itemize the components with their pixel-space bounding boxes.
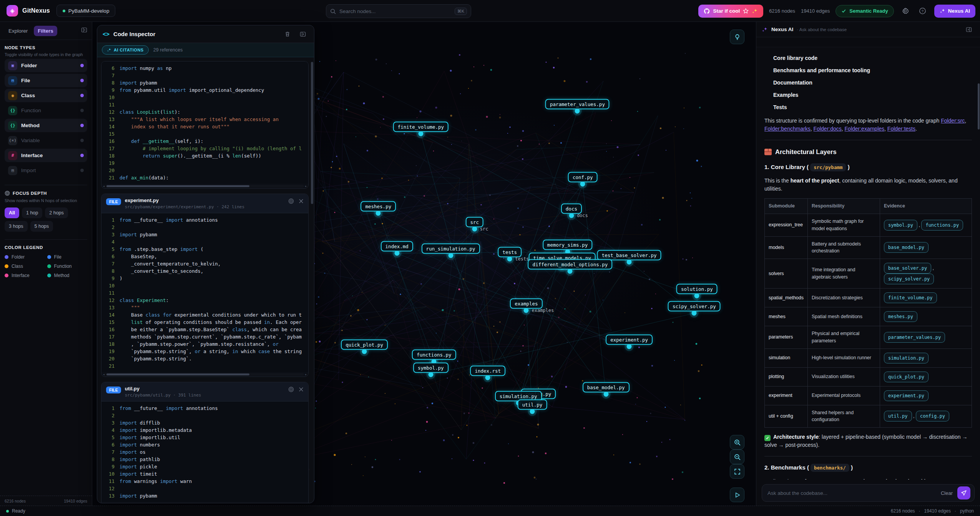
visibility-toggle[interactable]	[80, 79, 84, 82]
cell-submodule: simulation	[765, 348, 808, 367]
horizontal-scrollbar[interactable]: ◂▸	[101, 372, 308, 377]
settings-button[interactable]	[900, 5, 911, 17]
star-if-cool-button[interactable]: Star if cool	[698, 5, 763, 18]
visibility-toggle[interactable]	[80, 94, 84, 97]
node-type-function[interactable]: {}Function	[5, 104, 87, 117]
graph-node-docs[interactable]: docs	[561, 203, 582, 214]
ai-scrollbar[interactable]	[978, 83, 980, 129]
graph-node-solution.py[interactable]: solution.py	[676, 284, 718, 294]
code-line: 13import pybamm	[101, 492, 308, 499]
node-type-import[interactable]: ▤Import	[5, 164, 87, 177]
graph-node-memory_sims.py[interactable]: memory_sims.py	[543, 240, 592, 250]
ai-message-area[interactable]: Core library codeBenchmarks and performa…	[756, 47, 980, 479]
close-card-button[interactable]	[299, 387, 304, 393]
graph-node-run_simulation.py[interactable]: run_simulation.py	[422, 244, 480, 254]
evidence-chip-functions.py[interactable]: functions.py	[921, 220, 963, 231]
graph-node-util.py[interactable]: util.py	[518, 399, 547, 410]
evidence-chip-symbol.py[interactable]: symbol.py	[884, 220, 917, 231]
node-type-file[interactable]: ▤File	[5, 74, 87, 87]
fit-view-button[interactable]	[730, 464, 744, 479]
graph-node-src[interactable]: src	[465, 217, 483, 227]
visibility-toggle[interactable]	[80, 139, 84, 142]
focus-depth-3-hops[interactable]: 3 hops	[5, 221, 28, 232]
inspector-scroll-area[interactable]: 6import numpy as np7 8import pybamm9from…	[97, 57, 314, 503]
node-type-interface[interactable]: #Interface	[5, 149, 87, 162]
chat-clear-button[interactable]: Clear	[941, 490, 953, 496]
insight-button[interactable]	[730, 30, 744, 44]
code-block[interactable]: 1from __future__ import annotations2 3im…	[101, 402, 308, 502]
focus-depth-2-hops[interactable]: 2 hops	[45, 207, 68, 218]
close-card-button[interactable]	[299, 198, 304, 205]
graph-node-finite_volume.py[interactable]: finite_volume.py	[393, 122, 448, 132]
node-type-variable[interactable]: (×)Variable	[5, 134, 87, 147]
graph-link-Folder:benchmarks[interactable]: Folder:benchmarks	[764, 126, 811, 132]
help-button[interactable]: ?	[917, 5, 929, 17]
node-type-folder[interactable]: ▣Folder	[5, 59, 87, 72]
graph-node-examples[interactable]: examples	[510, 298, 542, 309]
graph-node-tests[interactable]: tests	[498, 247, 522, 257]
graph-link-Folder:docs[interactable]: Folder:docs	[814, 126, 842, 132]
horizontal-scrollbar[interactable]: ◂▸	[101, 184, 308, 188]
visibility-toggle[interactable]	[80, 169, 84, 172]
graph-link-Folder:tests[interactable]: Folder:tests	[887, 126, 915, 132]
code-block[interactable]: 6import numpy as np7 8import pybamm9from…	[101, 61, 308, 184]
visibility-toggle[interactable]	[80, 154, 84, 157]
graph-node-parameter_values.py[interactable]: parameter_values.py	[545, 99, 610, 110]
evidence-chip-meshes.py[interactable]: meshes.py	[884, 311, 917, 322]
locate-node-button[interactable]	[288, 387, 294, 394]
search-input[interactable]: Search nodes... ⌘K	[326, 4, 471, 18]
visibility-toggle[interactable]	[80, 124, 84, 127]
graph-node-quick_plot.py[interactable]: quick_plot.py	[341, 339, 388, 350]
graph-node-meshes.py[interactable]: meshes.py	[360, 201, 396, 211]
graph-node-symbol.py[interactable]: symbol.py	[413, 363, 448, 373]
graph-node-label: functions.py	[412, 350, 456, 360]
graph-node-base_model.py[interactable]: base_model.py	[583, 382, 630, 392]
horizontal-scrollbar[interactable]: ◂▸	[101, 502, 308, 503]
code-block[interactable]: 1from __future__ import annotations2 3im…	[101, 213, 308, 372]
graph-node-index.md[interactable]: index.md	[381, 241, 413, 252]
project-selector[interactable]: PyBaMM-develop	[56, 5, 116, 17]
graph-node-functions.py[interactable]: functions.py	[412, 350, 456, 360]
sidebar-tab-filters[interactable]: Filters	[34, 26, 57, 36]
focus-depth-5-hops[interactable]: 5 hops	[30, 221, 53, 232]
evidence-chip-config.py[interactable]: config.py	[916, 411, 949, 421]
graph-node-conf.py[interactable]: conf.py	[568, 172, 598, 183]
zoom-in-button[interactable]	[730, 435, 744, 450]
ai-citations-badge[interactable]: AI CITATIONS	[102, 45, 149, 55]
graph-node-different_model_options.py[interactable]: different_model_options.py	[528, 259, 613, 269]
node-type-method[interactable]: {}Method	[5, 119, 87, 132]
evidence-chip-experiment.py[interactable]: experiment.py	[884, 390, 929, 401]
graph-node-scipy_solver.py[interactable]: scipy_solver.py	[668, 301, 721, 312]
nexus-ai-button[interactable]: Nexus AI	[934, 5, 975, 18]
visibility-toggle[interactable]	[80, 64, 84, 67]
evidence-chip-parameter_values.py[interactable]: parameter_values.py	[884, 332, 945, 343]
evidence-chip-base_solver.py[interactable]: base_solver.py	[884, 263, 931, 274]
locate-node-button[interactable]	[288, 198, 294, 206]
footer-edges-count: 19410 edges	[64, 499, 87, 503]
evidence-chip-util.py[interactable]: util.py	[884, 411, 912, 421]
chat-send-button[interactable]	[957, 486, 970, 499]
graph-link-Folder:src[interactable]: Folder:src	[941, 118, 965, 124]
graph-link-Folder:examples[interactable]: Folder:examples	[845, 126, 885, 132]
evidence-chip-quick_plot.py[interactable]: quick_plot.py	[884, 372, 929, 382]
evidence-chip-base_model.py[interactable]: base_model.py	[884, 242, 929, 253]
inspector-scrollbar[interactable]	[311, 62, 313, 204]
visibility-toggle[interactable]	[80, 109, 84, 112]
clear-inspector-button[interactable]	[282, 28, 293, 40]
focus-depth-all[interactable]: All	[5, 207, 19, 218]
evidence-chip-simulation.py[interactable]: simulation.py	[884, 353, 929, 363]
sidebar-tab-explorer[interactable]: Explorer	[5, 26, 32, 36]
graph-node-index.rst[interactable]: index.rst	[470, 365, 505, 376]
collapse-sidebar-button[interactable]	[81, 27, 87, 35]
file-path: src/pybamm/experiment/experiment.py · 24…	[125, 204, 244, 209]
collapse-ai-panel-button[interactable]	[963, 24, 975, 35]
focus-depth-1-hop[interactable]: 1 hop	[22, 207, 42, 218]
play-layout-button[interactable]	[730, 488, 744, 502]
zoom-out-button[interactable]	[730, 450, 744, 464]
chat-input[interactable]: Ask about the codebase... Clear	[762, 484, 975, 502]
graph-node-experiment.py[interactable]: experiment.py	[606, 335, 653, 345]
collapse-inspector-button[interactable]	[297, 28, 309, 40]
evidence-chip-finite_volume.py[interactable]: finite_volume.py	[884, 292, 937, 303]
node-type-class[interactable]: ◉Class	[5, 89, 87, 102]
evidence-chip-scipy_solver.py[interactable]: scipy_solver.py	[884, 274, 934, 284]
